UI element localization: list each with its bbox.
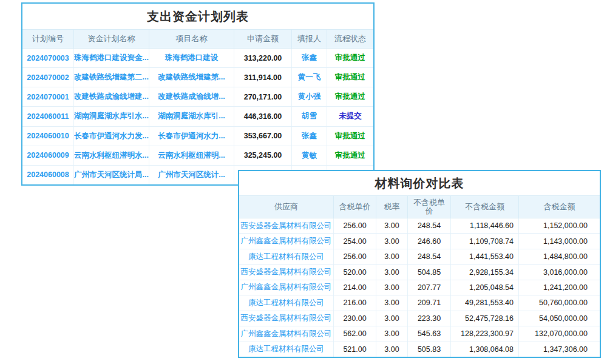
reporter-name-link[interactable]: 黄敏	[292, 146, 327, 165]
supplier-name-link[interactable]: 康达工程材料有限公司	[239, 295, 334, 310]
request-amount-value: 270,171.00	[234, 87, 292, 106]
workflow-status-badge: 审批通过	[327, 127, 373, 146]
reporter-name-link[interactable]: 黄一飞	[292, 68, 327, 87]
amount-tax-incl-value: 50,760,000.00	[519, 295, 600, 310]
plan-id-link[interactable]: 2024060009	[22, 146, 74, 165]
fund-plan-name-link[interactable]: 长春市伊通河水力发...	[74, 127, 149, 146]
unit-price-tax-excl-value: 207.77	[408, 280, 451, 295]
unit-price-tax-incl-value: 520.00	[334, 265, 376, 279]
plan-column-header: 项目名称	[149, 30, 234, 48]
workflow-status-badge: 审批通过	[327, 49, 373, 67]
amount-tax-incl-value: 1,143,000.00	[519, 234, 600, 248]
plan-table-row: 2024060009云南水利枢纽潜明水...云南水利枢纽潜明...325,245…	[22, 146, 373, 166]
fund-plan-name-link[interactable]: 改建铁路成渝线增建...	[74, 87, 149, 106]
tax-rate-value: 3.00	[376, 218, 408, 233]
project-name-link[interactable]: 改建铁路成渝线增...	[149, 87, 234, 106]
supplier-name-link[interactable]: 西安盛器金属材料有限公司	[239, 218, 334, 233]
amount-tax-incl-value: 1,241,200.00	[519, 280, 600, 295]
project-name-link[interactable]: 改建铁路线增建第...	[149, 68, 234, 87]
quote-table-row: 西安盛器金属材料有限公司256.003.00248.541,118,446.60…	[239, 218, 600, 234]
plan-id-link[interactable]: 2024060008	[22, 166, 74, 184]
fund-plan-name-link[interactable]: 改建铁路线增建第二...	[74, 68, 149, 87]
quote-column-header: 含税单价	[334, 196, 376, 218]
unit-price-tax-excl-value: 223.30	[408, 311, 451, 326]
quote-table-row: 广州鑫鑫金属材料有限公司254.003.00246.601,109,708.74…	[239, 234, 600, 249]
supplier-name-link[interactable]: 康达工程材料有限公司	[239, 249, 334, 264]
supplier-name-link[interactable]: 广州鑫鑫金属材料有限公司	[239, 280, 334, 295]
plan-id-link[interactable]: 2024060011	[22, 107, 74, 126]
unit-price-tax-excl-value: 505.83	[408, 342, 451, 357]
tax-rate-value: 3.00	[376, 234, 408, 248]
plan-column-header: 资金计划名称	[74, 30, 149, 48]
request-amount-value: 313,220.00	[234, 49, 292, 67]
quote-column-header: 含税金额	[519, 196, 600, 218]
unit-price-tax-excl-value: 209.71	[408, 295, 451, 310]
quote-table-row: 康达工程材料有限公司521.003.00505.831,308,064.081,…	[239, 342, 600, 357]
reporter-name-link[interactable]: 张鑫	[292, 49, 327, 67]
quote-table-row: 广州鑫鑫金属材料有限公司562.003.00545.63128,223,300.…	[239, 326, 600, 342]
amount-tax-excl-value: 49,281,553.40	[451, 295, 519, 310]
supplier-name-link[interactable]: 广州鑫鑫金属材料有限公司	[239, 234, 334, 248]
quote-table-row: 西安盛器金属材料有限公司520.003.00504.852,928,155.34…	[239, 265, 600, 280]
material-quote-table-panel: 材料询价对比表 供应商含税单价税率不含税单价不含税金额含税金额 西安盛器金属材料…	[238, 170, 601, 358]
unit-price-tax-incl-value: 230.00	[334, 311, 376, 326]
reporter-name-link[interactable]: 黄小强	[292, 87, 327, 106]
tax-rate-value: 3.00	[376, 311, 408, 326]
quote-table-row: 康达工程材料有限公司216.003.00209.7149,281,553.405…	[239, 295, 600, 311]
fund-plan-name-link[interactable]: 湖南洞庭湖水库引水...	[74, 107, 149, 126]
tax-rate-value: 3.00	[376, 342, 408, 357]
plan-column-header: 填报人	[292, 30, 327, 48]
unit-price-tax-incl-value: 521.00	[334, 342, 376, 357]
tax-rate-value: 3.00	[376, 249, 408, 264]
amount-tax-incl-value: 3,016,000.00	[519, 265, 600, 279]
workflow-status-badge: 审批通过	[327, 146, 373, 165]
supplier-name-link[interactable]: 康达工程材料有限公司	[239, 342, 334, 357]
quote-table-row: 西安盛器金属材料有限公司230.003.00223.3052,475,728.1…	[239, 311, 600, 326]
unit-price-tax-incl-value: 214.00	[334, 280, 376, 295]
project-name-link[interactable]: 长春市伊通河水力...	[149, 127, 234, 146]
quote-column-header: 不含税单价	[408, 196, 451, 218]
quote-table-row: 广州鑫鑫金属材料有限公司214.003.00207.771,205,048.54…	[239, 280, 600, 295]
reporter-name-link[interactable]: 张鑫	[292, 127, 327, 146]
project-name-link[interactable]: 云南水利枢纽潜明...	[149, 146, 234, 165]
tax-rate-value: 3.00	[376, 326, 408, 341]
reporter-name-link[interactable]: 胡雪	[292, 107, 327, 126]
plan-table-title: 支出资金计划列表	[22, 4, 373, 29]
unit-price-tax-excl-value: 248.54	[408, 249, 451, 264]
unit-price-tax-excl-value: 504.85	[408, 265, 451, 279]
project-name-link[interactable]: 广州市天河区统计...	[149, 166, 234, 184]
plan-table-header: 计划编号资金计划名称项目名称申请金额填报人流程状态	[22, 29, 373, 49]
amount-tax-incl-value: 132,070,000.00	[519, 326, 600, 341]
plan-table-row: 2024070003珠海鹤港口建设资金...珠海鹤港口建设313,220.00张…	[22, 49, 373, 68]
plan-table-row: 2024070002改建铁路线增建第二...改建铁路线增建第...311,914…	[22, 68, 373, 87]
plan-id-link[interactable]: 2024070003	[22, 49, 74, 67]
unit-price-tax-incl-value: 254.00	[334, 234, 376, 248]
fund-plan-name-link[interactable]: 广州市天河区统计局...	[74, 166, 149, 184]
project-name-link[interactable]: 湖南洞庭湖水库引...	[149, 107, 234, 126]
project-name-link[interactable]: 珠海鹤港口建设	[149, 49, 234, 67]
plan-id-link[interactable]: 2024060010	[22, 127, 74, 146]
workflow-status-badge: 审批通过	[327, 87, 373, 106]
supplier-name-link[interactable]: 西安盛器金属材料有限公司	[239, 265, 334, 279]
fund-plan-name-link[interactable]: 珠海鹤港口建设资金...	[74, 49, 149, 67]
amount-tax-excl-value: 1,441,553.40	[451, 249, 519, 264]
plan-id-link[interactable]: 2024070002	[22, 68, 74, 87]
amount-tax-excl-value: 1,118,446.60	[451, 218, 519, 233]
unit-price-tax-excl-value: 248.54	[408, 218, 451, 233]
plan-column-header: 流程状态	[327, 30, 373, 48]
request-amount-value: 325,245.00	[234, 146, 292, 165]
amount-tax-excl-value: 2,928,155.34	[451, 265, 519, 279]
unit-price-tax-incl-value: 562.00	[334, 326, 376, 341]
amount-tax-incl-value: 1,484,800.00	[519, 249, 600, 264]
supplier-name-link[interactable]: 西安盛器金属材料有限公司	[239, 311, 334, 326]
request-amount-value: 446,316.00	[234, 107, 292, 126]
quote-table-body: 西安盛器金属材料有限公司256.003.00248.541,118,446.60…	[239, 218, 600, 357]
plan-id-link[interactable]: 2024070001	[22, 87, 74, 106]
request-amount-value: 353,667.00	[234, 127, 292, 146]
quote-column-header: 供应商	[239, 196, 334, 218]
unit-price-tax-incl-value: 256.00	[334, 218, 376, 233]
fund-plan-name-link[interactable]: 云南水利枢纽潜明水...	[74, 146, 149, 165]
supplier-name-link[interactable]: 广州鑫鑫金属材料有限公司	[239, 326, 334, 341]
amount-tax-incl-value: 1,347,306.00	[519, 342, 600, 357]
plan-table-body: 2024070003珠海鹤港口建设资金...珠海鹤港口建设313,220.00张…	[22, 49, 373, 184]
